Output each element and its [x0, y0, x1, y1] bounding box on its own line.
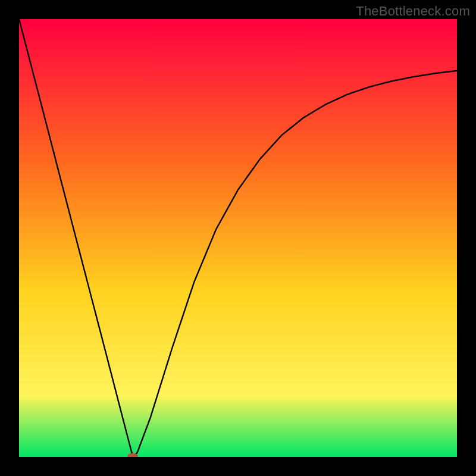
optimum-marker — [127, 453, 138, 457]
plot-svg — [19, 19, 457, 457]
watermark-text: TheBottleneck.com — [356, 4, 470, 19]
chart-frame: TheBottleneck.com — [0, 0, 476, 476]
plot-area — [19, 19, 457, 457]
gradient-background — [19, 19, 457, 457]
